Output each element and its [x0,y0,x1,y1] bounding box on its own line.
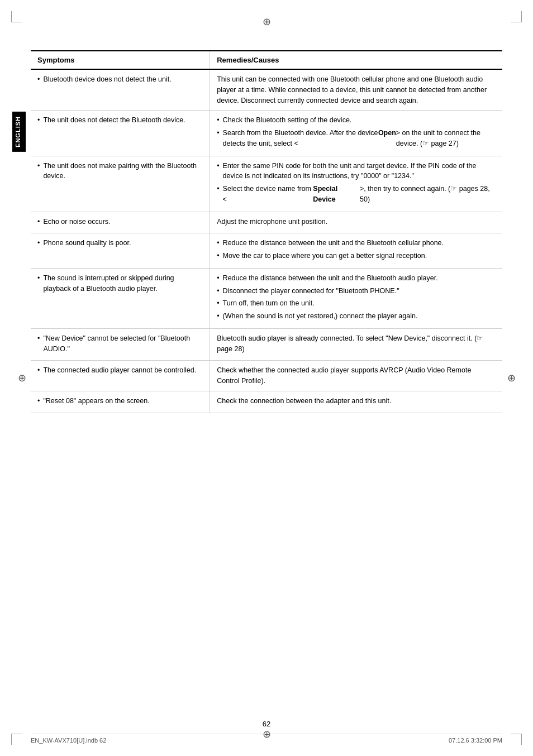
remedy-cell: Reduce the distance between the unit and… [210,233,502,269]
remedy-bullet-item: Turn off, then turn on the unit. [217,298,496,309]
corner-mark-bl [11,734,22,745]
footer-bar: EN_KW-AVX710[U].indb 62 07.12.6 3:32:00 … [31,734,502,744]
table-row: The unit does not detect the Bluetooth d… [31,111,502,156]
remedy-bullet-item: Select the device name from <Special Dev… [217,184,496,205]
col-header-remedies: Remedies/Causes [210,51,502,69]
remedy-cell: Enter the same PIN code for both the uni… [210,156,502,212]
remedy-bullet-item: Enter the same PIN code for both the uni… [217,161,496,182]
remedy-cell: Check whether the connected audio player… [210,361,502,391]
symptom-cell: The sound is interrupted or skipped duri… [31,268,210,328]
remedy-bullet-item: Move the car to place where you can get … [217,251,496,261]
remedy-cell: Check the Bluetooth setting of the devic… [210,111,502,156]
symptom-text: Bluetooth device does not detect the uni… [37,74,203,85]
symptom-text: Echo or noise occurs. [37,217,203,227]
sidebar-language-label: ENGLISH [12,112,26,152]
remedy-cell: This unit can be connected with one Blue… [210,69,502,111]
table-row: Echo or noise occurs. Adjust the microph… [31,212,502,233]
remedy-bullet-item: Search from the Bluetooth device. After … [217,128,496,149]
remedy-cell: Reduce the distance between the unit and… [210,268,502,328]
symptom-text: "New Device" cannot be selected for "Blu… [37,333,203,355]
remedy-bullet-item: (When the sound is not yet restored,) co… [217,311,496,322]
symptom-text: The sound is interrupted or skipped duri… [37,273,203,294]
remedy-cell: Adjust the microphone unit position. [210,212,502,233]
symptom-cell: Echo or noise occurs. [31,212,210,233]
symptom-cell: "New Device" cannot be selected for "Blu… [31,328,210,361]
symptom-cell: Bluetooth device does not detect the uni… [31,69,210,111]
symptom-text: The unit does not detect the Bluetooth d… [37,115,203,126]
symptom-cell: The unit does not make pairing with the … [31,156,210,212]
corner-mark-br [511,734,522,745]
footer-right: 07.12.6 3:32:00 PM [449,737,502,744]
symptom-text: The connected audio player cannot be con… [37,365,203,376]
symptom-cell: "Reset 08" appears on the screen. [31,391,210,413]
remedy-text: Check whether the connected audio player… [217,366,471,385]
table-row: "Reset 08" appears on the screen. Check … [31,391,502,413]
table-row: Bluetooth device does not detect the uni… [31,69,502,111]
remedy-cell: Bluetooth audio player is already connec… [210,328,502,361]
footer-left: EN_KW-AVX710[U].indb 62 [31,737,106,744]
corner-mark-tl [11,11,22,22]
remedy-text: Check the connection between the adapter… [217,397,391,405]
remedy-bullet-item: Check the Bluetooth setting of the devic… [217,115,496,126]
symptom-text: Phone sound quality is poor. [37,238,203,248]
table-row: The sound is interrupted or skipped duri… [31,268,502,328]
reg-mark-top: ⊕ [261,17,272,27]
symptom-cell: The unit does not detect the Bluetooth d… [31,111,210,156]
remedy-bullet-item: Reduce the distance between the unit and… [217,238,496,248]
troubleshooting-table: Symptoms Remedies/Causes Bluetooth devic… [31,50,502,413]
content-area: Symptoms Remedies/Causes Bluetooth devic… [31,50,502,711]
remedy-bullet-item: Reduce the distance between the unit and… [217,273,496,284]
reg-mark-left: ⊕ [17,373,27,383]
page-number: 62 [263,720,270,728]
symptom-cell: The connected audio player cannot be con… [31,361,210,391]
reg-mark-right: ⊕ [506,373,516,383]
remedy-cell: Check the connection between the adapter… [210,391,502,413]
table-row: The connected audio player cannot be con… [31,361,502,391]
corner-mark-tr [511,11,522,22]
symptom-cell: Phone sound quality is poor. [31,233,210,269]
table-row: Phone sound quality is poor. Reduce the … [31,233,502,269]
symptom-text: The unit does not make pairing with the … [37,161,203,182]
table-row: "New Device" cannot be selected for "Blu… [31,328,502,361]
remedy-text: Bluetooth audio player is already connec… [217,334,483,353]
table-row: The unit does not make pairing with the … [31,156,502,212]
remedy-bullet-item: Disconnect the player connected for "Blu… [217,286,496,296]
remedy-text: This unit can be connected with one Blue… [217,75,487,104]
col-header-symptoms: Symptoms [31,51,210,69]
symptom-text: "Reset 08" appears on the screen. [37,396,203,406]
remedy-text: Adjust the microphone unit position. [217,218,327,226]
